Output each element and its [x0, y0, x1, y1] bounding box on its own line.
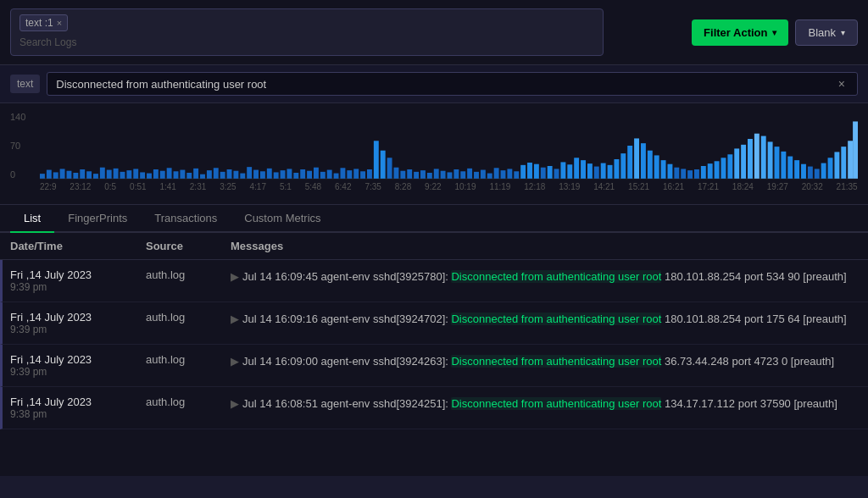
svg-rect-56	[407, 169, 412, 179]
svg-rect-63	[453, 169, 459, 179]
x-label: 11:19	[489, 182, 510, 191]
table-row[interactable]: Fri ,14 July 2023 9:39 pm auth.log ▶Jul …	[0, 345, 868, 387]
svg-rect-7	[80, 169, 85, 179]
msg-expand-icon[interactable]: ▶	[231, 355, 239, 368]
svg-rect-46	[340, 168, 345, 179]
col-header-source: Source	[146, 240, 231, 252]
top-bar: text :1 × Search Logs Filter Action ▾ Bl…	[0, 0, 868, 65]
svg-rect-49	[360, 171, 365, 179]
svg-rect-91	[641, 143, 646, 179]
svg-rect-60	[434, 169, 439, 178]
msg-highlighted-text: Disconnected from authenticating user ro…	[451, 397, 661, 410]
x-label: 8:28	[395, 182, 411, 191]
svg-rect-100	[701, 166, 706, 179]
date-time: 9:38 pm	[10, 408, 146, 420]
svg-rect-51	[374, 141, 379, 179]
svg-rect-70	[501, 170, 506, 179]
date-time: 9:39 pm	[10, 366, 146, 378]
search-placeholder-text[interactable]: Search Logs	[19, 35, 594, 50]
svg-rect-79	[560, 162, 565, 178]
svg-rect-55	[400, 171, 405, 179]
svg-rect-23	[186, 173, 192, 179]
msg-highlighted-text: Disconnected from authenticating user ro…	[451, 313, 661, 325]
filter-close-btn[interactable]: ×	[835, 77, 849, 91]
svg-rect-28	[220, 172, 225, 179]
source-cell: auth.log	[146, 268, 231, 281]
tab-transactions[interactable]: Transactions	[141, 205, 231, 233]
svg-rect-4	[60, 169, 65, 178]
svg-rect-61	[441, 171, 446, 179]
tag-close-btn[interactable]: ×	[57, 18, 62, 28]
date-main: Fri ,14 July 2023	[10, 311, 146, 324]
svg-rect-116	[808, 167, 813, 179]
svg-rect-22	[180, 170, 185, 179]
svg-rect-18	[153, 169, 159, 179]
svg-rect-37	[281, 170, 286, 179]
x-label: 0:51	[130, 182, 146, 191]
filter-row: text Disconnected from authenticating us…	[0, 65, 868, 103]
svg-rect-6	[73, 173, 78, 179]
chart-area	[40, 112, 858, 180]
date-cell: Fri ,14 July 2023 9:39 pm	[10, 353, 146, 378]
svg-rect-81	[574, 158, 579, 179]
svg-rect-89	[627, 146, 632, 179]
svg-rect-76	[541, 168, 546, 179]
svg-rect-109	[761, 136, 766, 179]
x-label: 13:19	[559, 182, 580, 191]
x-label: 7:35	[364, 182, 381, 191]
svg-rect-12	[114, 169, 119, 179]
msg-expand-icon[interactable]: ▶	[231, 397, 239, 410]
svg-rect-34	[260, 171, 265, 179]
svg-rect-120	[834, 152, 839, 178]
msg-expand-icon[interactable]: ▶	[231, 270, 239, 283]
svg-rect-74	[527, 163, 532, 179]
y-label-70: 70	[10, 141, 25, 151]
tabs-bar: List FingerPrints Transactions Custom Me…	[0, 205, 868, 233]
svg-rect-101	[708, 163, 713, 179]
svg-rect-118	[821, 163, 826, 179]
svg-rect-84	[594, 167, 599, 179]
svg-rect-45	[334, 174, 339, 179]
svg-rect-95	[667, 164, 672, 179]
table-row[interactable]: Fri ,14 July 2023 9:38 pm auth.log ▶Jul …	[0, 387, 868, 429]
svg-rect-1	[40, 174, 45, 179]
svg-rect-83	[587, 163, 593, 179]
source-cell: auth.log	[146, 396, 231, 408]
svg-rect-50	[367, 169, 372, 179]
search-tag[interactable]: text :1 ×	[19, 14, 68, 31]
table-row[interactable]: Fri ,14 July 2023 9:39 pm auth.log ▶Jul …	[0, 260, 868, 302]
filter-action-label: Filter Action	[704, 26, 767, 39]
tab-fingerprints[interactable]: FingerPrints	[54, 205, 141, 233]
filter-action-button[interactable]: Filter Action ▾	[692, 19, 788, 46]
search-box: text :1 × Search Logs	[10, 8, 604, 56]
svg-rect-47	[347, 170, 352, 179]
svg-rect-44	[327, 170, 332, 179]
svg-rect-38	[287, 169, 292, 178]
svg-rect-114	[794, 160, 799, 179]
svg-rect-85	[601, 163, 606, 179]
svg-rect-112	[781, 152, 786, 179]
table-row[interactable]: Fri ,14 July 2023 9:39 pm auth.log ▶Jul …	[0, 302, 868, 345]
svg-rect-80	[567, 164, 572, 179]
x-label: 4:17	[250, 182, 266, 191]
svg-rect-121	[841, 147, 846, 179]
svg-rect-98	[687, 170, 693, 179]
tab-custom-metrics[interactable]: Custom Metrics	[231, 205, 334, 233]
x-label: 1:41	[159, 182, 175, 191]
svg-rect-39	[293, 173, 298, 179]
table-header-row: Date/Time Source Messages	[0, 233, 868, 260]
svg-rect-106	[741, 145, 746, 179]
date-time: 9:39 pm	[10, 324, 146, 335]
svg-rect-97	[681, 169, 686, 178]
x-label: 10:19	[454, 182, 476, 191]
x-label: 5:1	[280, 182, 292, 191]
svg-rect-14	[126, 170, 131, 179]
x-label: 15:21	[628, 182, 649, 191]
msg-expand-icon[interactable]: ▶	[231, 313, 239, 325]
x-label: 3:25	[220, 182, 236, 191]
svg-rect-3	[53, 172, 58, 178]
date-cell: Fri ,14 July 2023 9:39 pm	[10, 311, 146, 335]
tab-list[interactable]: List	[10, 205, 54, 233]
svg-rect-9	[93, 174, 98, 179]
blank-button[interactable]: Blank ▾	[795, 19, 858, 46]
